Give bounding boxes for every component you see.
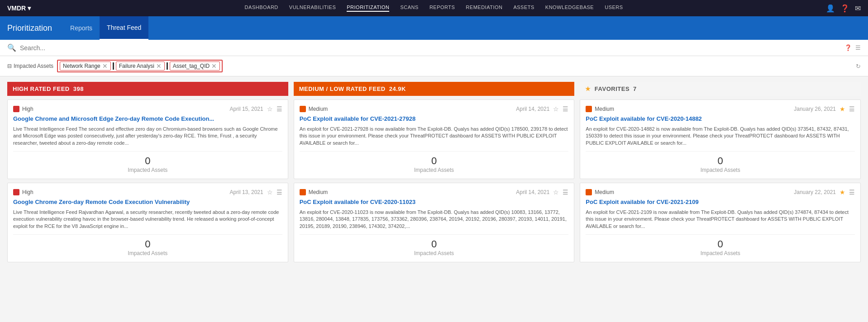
medium-card-1-title[interactable]: PoC Exploit available for CVE-2021-27928 xyxy=(300,115,569,123)
brand-dropdown-icon[interactable]: ▾ xyxy=(28,5,31,12)
high-card-1-meta-left: High xyxy=(13,106,33,112)
favorites-feed-label: FAVORITES xyxy=(595,85,630,92)
medium-card-2-header: Medium April 14, 2021 ☆ ☰ xyxy=(300,189,569,196)
high-card-1-severity-badge xyxy=(13,106,19,112)
favorites-feed-count: 7 xyxy=(633,85,637,92)
top-nav: VMDR ▾ DASHBOARD VULNERABILITIES PRIORIT… xyxy=(0,0,868,16)
chip-separator-1 xyxy=(113,62,114,70)
high-card-1-menu[interactable]: ☰ xyxy=(277,105,282,113)
favorites-card-1-body: An exploit for CVE-2020-14882 is now ava… xyxy=(586,126,855,147)
user-icon[interactable]: 👤 xyxy=(826,4,835,13)
filter-button[interactable]: ⊟ Impacted Assets xyxy=(7,63,53,69)
favorites-card-2-star[interactable]: ★ xyxy=(839,189,845,196)
medium-card-1-meta-left: Medium xyxy=(300,106,328,112)
menu-search-icon[interactable]: ☰ xyxy=(855,44,861,51)
high-card-1-impacted-label: Impacted Assets xyxy=(128,167,167,173)
nav-reports[interactable]: REPORTS xyxy=(429,5,455,12)
tab-threat-feed[interactable]: Threat Feed xyxy=(100,16,148,40)
medium-feed-column: MEDIUM / LOW RATED FEED 24.9K Medium Apr… xyxy=(294,82,575,312)
help-icon[interactable]: ❓ xyxy=(840,4,849,13)
high-card-2-meta-left: High xyxy=(13,189,33,195)
favorites-card-1-meta-left: Medium xyxy=(586,106,614,112)
nav-users[interactable]: USERS xyxy=(605,5,623,12)
search-icon: 🔍 xyxy=(7,43,16,52)
page-title: Prioritization xyxy=(7,24,52,33)
high-card-2-star[interactable]: ☆ xyxy=(267,189,273,196)
favorites-card-2-header: Medium January 22, 2021 ★ ☰ xyxy=(586,189,855,196)
brand-name: VMDR xyxy=(7,5,26,12)
medium-card-2-count: 0 xyxy=(300,238,569,250)
high-feed-label: HIGH RATED FEED xyxy=(13,85,70,92)
chip-label-asset: Asset_tag_QID xyxy=(173,63,210,69)
favorites-card-2-body: An exploit for CVE-2021-2109 is now avai… xyxy=(586,209,855,230)
medium-card-1-star[interactable]: ☆ xyxy=(553,105,559,113)
chip-remove-network[interactable]: ✕ xyxy=(102,63,108,69)
medium-card-2-impacted-label: Impacted Assets xyxy=(414,250,454,256)
high-feed-column: HIGH RATED FEED 398 High April 15, 2021 … xyxy=(7,82,288,312)
favorites-card-2-menu[interactable]: ☰ xyxy=(849,189,855,196)
search-bar: 🔍 ❓ ☰ xyxy=(0,40,868,56)
nav-links: DASHBOARD VULNERABILITIES PRIORITIZATION… xyxy=(42,5,826,12)
favorites-card-1-severity-badge xyxy=(586,106,592,112)
nav-vulnerabilities[interactable]: VULNERABILITIES xyxy=(289,5,336,12)
search-input[interactable] xyxy=(20,44,844,52)
high-card-2-menu[interactable]: ☰ xyxy=(277,189,282,196)
favorites-card-1-title[interactable]: PoC Exploit available for CVE-2020-14882 xyxy=(586,115,855,123)
medium-card-2-meta-left: Medium xyxy=(300,189,328,195)
medium-card-2-star[interactable]: ☆ xyxy=(553,189,559,196)
help-search-icon[interactable]: ❓ xyxy=(844,44,852,51)
chip-remove-failure[interactable]: ✕ xyxy=(156,63,162,69)
nav-knowledgebase[interactable]: KNOWLEDGEBASE xyxy=(545,5,594,12)
favorites-card-1-star[interactable]: ★ xyxy=(839,105,845,113)
nav-scans[interactable]: SCANS xyxy=(400,5,418,12)
nav-dashboard[interactable]: DASHBOARD xyxy=(245,5,278,12)
brand-logo[interactable]: VMDR ▾ xyxy=(7,5,31,12)
medium-feed-label: MEDIUM / LOW RATED FEED xyxy=(299,85,386,92)
favorites-card-1-meta-right: January 26, 2021 ★ ☰ xyxy=(794,105,855,113)
filter-chips-container: Network Range ✕ Failure Analysi ✕ Asset_… xyxy=(57,60,223,72)
filter-chip-asset-tag[interactable]: Asset_tag_QID ✕ xyxy=(170,62,220,71)
high-card-2-footer: 0 Impacted Assets xyxy=(13,234,282,256)
filter-chip-failure[interactable]: Failure Analysi ✕ xyxy=(116,62,165,71)
nav-prioritization[interactable]: PRIORITIZATION xyxy=(347,5,389,12)
medium-card-2-date: April 14, 2021 xyxy=(516,189,549,195)
filter-label: Impacted Assets xyxy=(14,63,53,69)
medium-card-2-body: An exploit for CVE-2020-11023 is now ava… xyxy=(300,209,569,230)
medium-card-1-menu[interactable]: ☰ xyxy=(563,105,568,113)
high-card-2-severity-label: High xyxy=(22,189,33,195)
nav-assets[interactable]: ASSETS xyxy=(513,5,534,12)
high-card-1-title[interactable]: Google Chrome and Microsoft Edge Zero-da… xyxy=(13,115,282,123)
favorites-card-1-impacted-label: Impacted Assets xyxy=(701,167,740,173)
high-card-1-count: 0 xyxy=(13,155,282,167)
favorites-card-2-title[interactable]: PoC Exploit available for CVE-2021-2109 xyxy=(586,199,855,206)
filter-bar: ⊟ Impacted Assets Network Range ✕ Failur… xyxy=(0,56,868,76)
high-card-2-title[interactable]: Google Chrome Zero-day Remote Code Execu… xyxy=(13,199,282,206)
filter-chip-network-range[interactable]: Network Range ✕ xyxy=(60,62,111,71)
tab-reports[interactable]: Reports xyxy=(63,16,100,40)
high-card-2-date: April 13, 2021 xyxy=(230,189,263,195)
medium-card-2-footer: 0 Impacted Assets xyxy=(300,234,569,256)
favorites-feed-cards: Medium January 26, 2021 ★ ☰ PoC Exploit … xyxy=(580,96,861,266)
favorites-card-2-severity-label: Medium xyxy=(595,189,614,195)
medium-card-1-footer: 0 Impacted Assets xyxy=(300,151,569,173)
chip-remove-asset[interactable]: ✕ xyxy=(211,63,217,69)
high-card-2: High April 13, 2021 ☆ ☰ Google Chrome Ze… xyxy=(7,183,288,262)
mail-icon[interactable]: ✉ xyxy=(855,4,861,13)
medium-card-2-meta-right: April 14, 2021 ☆ ☰ xyxy=(516,189,568,196)
favorites-card-1-date: January 26, 2021 xyxy=(794,106,836,112)
favorites-card-1-header: Medium January 26, 2021 ★ ☰ xyxy=(586,105,855,113)
high-card-1-body: Live Threat Intelligence Feed The second… xyxy=(13,126,282,147)
medium-card-1-impacted-label: Impacted Assets xyxy=(414,167,454,173)
high-card-1-star[interactable]: ☆ xyxy=(267,105,273,113)
medium-card-2-menu[interactable]: ☰ xyxy=(563,189,568,196)
medium-card-1-count: 0 xyxy=(300,155,569,167)
nav-remediation[interactable]: REMEDIATION xyxy=(466,5,502,12)
medium-card-2-title[interactable]: PoC Exploit available for CVE-2020-11023 xyxy=(300,199,569,206)
favorites-feed-header: ★ FAVORITES 7 xyxy=(580,82,861,96)
favorites-card-1-menu[interactable]: ☰ xyxy=(849,105,855,113)
favorites-card-1-count: 0 xyxy=(586,155,855,167)
high-feed-cards: High April 15, 2021 ☆ ☰ Google Chrome an… xyxy=(7,96,288,266)
medium-card-2: Medium April 14, 2021 ☆ ☰ PoC Exploit av… xyxy=(294,183,575,262)
medium-card-1-body: An exploit for CVE-2021-27928 is now ava… xyxy=(300,126,569,147)
refresh-icon[interactable]: ↻ xyxy=(856,63,861,70)
